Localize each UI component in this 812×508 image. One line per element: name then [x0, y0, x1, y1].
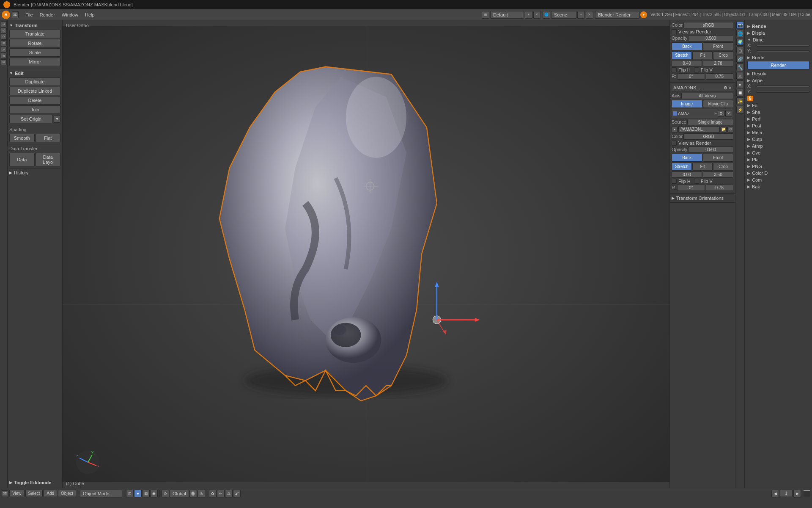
scene-add-icon[interactable]: +: [577, 11, 585, 19]
x2-input[interactable]: 0.00: [672, 171, 702, 178]
menu-help[interactable]: Help: [82, 11, 98, 18]
y-field[interactable]: [757, 50, 809, 52]
view-as-render-cb-2[interactable]: [672, 141, 677, 146]
workspace-add-icon[interactable]: +: [525, 11, 532, 19]
amazons-close-btn[interactable]: ✕: [728, 86, 732, 90]
r-val-1[interactable]: 0.75: [706, 73, 734, 80]
wireframe-btn[interactable]: ⊡: [126, 490, 134, 497]
r-degree-1[interactable]: 0°: [677, 73, 705, 80]
frame-input[interactable]: 1: [780, 490, 793, 497]
workspace-layout-select[interactable]: Default: [490, 11, 524, 19]
menu-render[interactable]: Render: [36, 11, 58, 18]
frame-prev-icon[interactable]: ◀: [771, 490, 779, 497]
select-menu-btn[interactable]: Select: [25, 490, 43, 497]
menu-window[interactable]: Window: [58, 11, 82, 18]
add-menu-btn[interactable]: Add: [44, 490, 57, 497]
particles-icon[interactable]: ✨: [736, 97, 744, 105]
ay-field[interactable]: [757, 91, 809, 93]
back-btn-1[interactable]: Back: [672, 42, 702, 50]
grease-pencil-icon[interactable]: G: [1, 59, 7, 65]
view-menu-btn[interactable]: View: [9, 490, 25, 497]
texture-shading-btn[interactable]: ▦: [142, 490, 150, 497]
object-props-icon[interactable]: ◻: [736, 47, 744, 54]
texture-icon[interactable]: 🔲: [736, 89, 744, 97]
scene-select[interactable]: Scene: [551, 11, 576, 19]
stretch-btn-2[interactable]: Stretch: [672, 163, 692, 171]
transform-icon[interactable]: T: [1, 21, 7, 27]
file-path-input[interactable]: //AMAZON...: [678, 126, 720, 133]
mode-select[interactable]: Object Mode: [80, 490, 122, 497]
paint-icon[interactable]: ✏: [217, 490, 225, 497]
color-select-1[interactable]: sRGB: [683, 22, 733, 28]
scale-btn[interactable]: Scale: [9, 48, 60, 57]
weight-icon[interactable]: ⚖: [225, 490, 233, 497]
front-btn-1[interactable]: Front: [703, 42, 734, 50]
render-engine-select[interactable]: Blender Render: [595, 11, 639, 19]
file-reload-icon[interactable]: ↺: [727, 127, 733, 133]
front-btn-2[interactable]: Front: [703, 154, 734, 162]
fit-btn-2[interactable]: Fit: [692, 163, 713, 171]
snap-icon[interactable]: 🔘: [189, 490, 197, 497]
material-icon[interactable]: ●: [736, 80, 744, 88]
stretch-btn-1[interactable]: Stretch: [672, 51, 692, 59]
scene-close-icon[interactable]: ✕: [586, 11, 593, 19]
image-btn[interactable]: Image: [672, 100, 702, 108]
translate-btn[interactable]: Translate: [9, 30, 60, 38]
data-btn[interactable]: Data: [9, 153, 35, 166]
sculpt-icon[interactable]: ✿: [209, 490, 217, 497]
join-btn[interactable]: Join: [9, 105, 60, 114]
y2-input[interactable]: 3.50: [703, 171, 733, 178]
duplicate-btn[interactable]: Duplicate: [9, 77, 60, 86]
strip-settings-icon[interactable]: ⚙: [718, 110, 724, 117]
modifiers-icon[interactable]: 🔧: [736, 64, 744, 71]
texture-paint-icon[interactable]: 🖌: [233, 490, 241, 497]
duplicate-linked-btn[interactable]: Duplicate Linked: [9, 87, 60, 95]
y1-input[interactable]: 2.78: [703, 60, 733, 66]
x1-input[interactable]: 0.40: [672, 60, 702, 66]
menu-file[interactable]: File: [22, 11, 36, 18]
world-props-icon[interactable]: 🌍: [736, 38, 744, 46]
render-button[interactable]: Render: [747, 61, 809, 69]
fit-btn-1[interactable]: Fit: [692, 51, 713, 59]
flip-v-cb-1[interactable]: [694, 67, 699, 72]
r-val-2[interactable]: 0.75: [706, 185, 734, 191]
render-props-icon[interactable]: 📷: [736, 21, 744, 29]
opacity-input-1[interactable]: 0.500: [688, 35, 733, 41]
animation-icon[interactable]: A: [1, 47, 7, 52]
delete-btn[interactable]: Delete: [9, 96, 60, 105]
data-props-icon[interactable]: △: [736, 72, 744, 80]
solid-shading-btn[interactable]: ●: [134, 490, 142, 497]
smooth-btn[interactable]: Smooth: [9, 134, 35, 142]
source-select[interactable]: Single Image: [687, 119, 733, 125]
flip-h-cb-1[interactable]: [672, 67, 677, 72]
viewport[interactable]: User Ortho: [63, 20, 669, 488]
back-btn-2[interactable]: Back: [672, 154, 702, 162]
object-menu-btn[interactable]: Object: [58, 490, 76, 497]
r-degree-2[interactable]: 0°: [677, 185, 705, 191]
rotate-btn[interactable]: Rotate: [9, 39, 60, 47]
view-icon[interactable]: V: [1, 28, 7, 33]
workspace-close-icon[interactable]: ✕: [533, 11, 541, 19]
view-as-render-cb-1[interactable]: [672, 29, 677, 34]
flat-btn[interactable]: Flat: [36, 134, 61, 142]
set-origin-dropdown[interactable]: ▼: [54, 115, 60, 123]
x-field[interactable]: [757, 45, 809, 47]
constraints-icon[interactable]: 🔗: [736, 55, 744, 63]
flip-h-cb-2[interactable]: [672, 179, 677, 184]
ax-field[interactable]: [757, 86, 809, 87]
mirror-btn[interactable]: Mirror: [9, 58, 60, 66]
relations-icon[interactable]: R: [1, 40, 7, 46]
create-icon[interactable]: C: [1, 34, 7, 40]
color-select-2[interactable]: sRGB: [683, 133, 733, 140]
flip-v-cb-2[interactable]: [694, 179, 699, 184]
file-browse-icon[interactable]: 📁: [721, 127, 727, 133]
opacity-input-2[interactable]: 0.500: [688, 146, 733, 153]
global-select[interactable]: Global: [170, 490, 189, 497]
data-layo-btn[interactable]: Data Layo: [36, 153, 61, 166]
crop-btn-2[interactable]: Crop: [713, 163, 733, 171]
crop-btn-1[interactable]: Crop: [713, 51, 733, 59]
physics-icon[interactable]: P: [1, 53, 7, 59]
amazons-settings-icon[interactable]: ⚙: [724, 86, 727, 90]
pivot-icon[interactable]: ⊙: [162, 490, 169, 497]
set-origin-btn[interactable]: Set Origin: [9, 115, 53, 123]
